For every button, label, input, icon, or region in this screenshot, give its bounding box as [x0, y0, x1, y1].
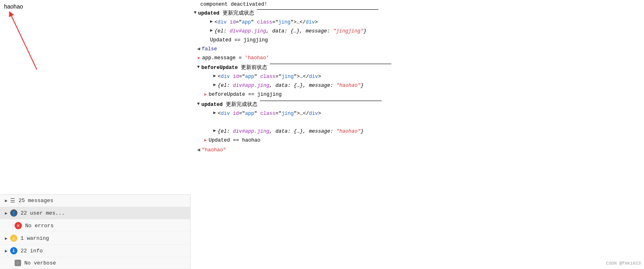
- expand-arrow-el1[interactable]: ▶: [210, 27, 213, 34]
- user-icon: 👤: [10, 209, 17, 217]
- svg-line-1: [10, 13, 36, 69]
- section-line-3: [260, 101, 382, 101]
- red-arrow-assignment: ➤: [197, 54, 200, 63]
- code-panel: component deactivated! ▼ updated 更新完成状态 …: [191, 0, 644, 269]
- log-item-user[interactable]: ▶ 👤 22 user mes...: [0, 207, 190, 220]
- code-line-updated-haohao: ➤ Updated == haohao: [191, 136, 644, 146]
- log-item-info[interactable]: ▶ i 22 info: [0, 245, 190, 257]
- code-line-beforeupdate[interactable]: ▼ beforeUpdate 更新前状态: [191, 63, 644, 72]
- error-spacer: [5, 223, 12, 229]
- code-line-el2[interactable]: ▶ {el: div#app.jing , data: {…}, message…: [191, 81, 644, 90]
- annotation-arrow-svg: [0, 3, 81, 84]
- log-item-warnings[interactable]: ▶ ⚠ 1 warning: [0, 232, 190, 245]
- verbose-spacer: [5, 260, 12, 266]
- left-section: haohao ▶ ☰ 25 messages ▶ 👤 22 user mes..…: [0, 0, 191, 269]
- code-line-updated-jing: Updated == jingjing: [191, 36, 644, 45]
- code-line-el3[interactable]: ▶ {el: div#app.jing , data: {…}, message…: [191, 127, 644, 136]
- user-label: 22 user mes...: [21, 210, 65, 216]
- code-line-false: ◀ false: [191, 45, 644, 54]
- code-line-deactivated: component deactivated!: [191, 0, 644, 9]
- code-line-spacer1: [191, 118, 644, 127]
- info-icon: i: [10, 247, 17, 254]
- code-line-haohao-value: ◀ "haohao": [191, 146, 644, 155]
- expand-arrow-el3[interactable]: ▶: [213, 127, 216, 135]
- expand-arrow-div1[interactable]: ▶: [210, 18, 213, 26]
- log-item-errors[interactable]: ✕ No errors: [0, 220, 190, 232]
- expand-arrow-warnings[interactable]: ▶: [5, 236, 8, 241]
- verbose-label: No verbose: [24, 260, 56, 266]
- list-icon: ☰: [10, 197, 15, 204]
- code-line-div3[interactable]: ▶ <div id="app" class="jing">…</div>: [191, 109, 644, 118]
- watermark: CSDN @fmk1023: [606, 260, 641, 267]
- code-line-updated-2[interactable]: ▼ updated 更新完成状态: [191, 100, 644, 109]
- warning-icon: ⚠: [10, 235, 17, 242]
- collapse-arrow-updated-1[interactable]: ▼: [194, 9, 197, 17]
- section-line-2: [270, 64, 391, 64]
- verbose-icon: ⚙: [15, 260, 21, 266]
- red-arrow-beforeupdate: ➤: [204, 90, 207, 99]
- messages-label: 25 messages: [19, 198, 54, 204]
- code-line-div1[interactable]: ▶ <div id="app" class="jing">…</div>: [191, 18, 644, 27]
- collapse-arrow-updated-2[interactable]: ▼: [197, 101, 200, 108]
- warnings-label: 1 warning: [21, 235, 49, 241]
- expand-arrow-messages[interactable]: ▶: [5, 198, 8, 203]
- code-line-div2[interactable]: ▶ <div id="app" class="jing">…</div>: [191, 72, 644, 81]
- expand-arrow-user[interactable]: ▶: [5, 211, 8, 216]
- expand-arrow-info[interactable]: ▶: [5, 248, 8, 254]
- log-item-messages[interactable]: ▶ ☰ 25 messages: [0, 195, 190, 207]
- expand-arrow-div2[interactable]: ▶: [213, 73, 216, 80]
- red-arrow-updated-haohao: ➤: [204, 136, 207, 145]
- code-line-assignment: ➤ app.message = 'haohao': [191, 54, 644, 63]
- log-item-verbose[interactable]: ⚙ No verbose: [0, 257, 190, 269]
- info-label: 22 info: [21, 248, 43, 254]
- browser-window: haohao: [0, 0, 191, 195]
- section-line-1: [257, 9, 378, 10]
- code-line-updated-1[interactable]: ▼ updated 更新完成状态: [191, 9, 644, 18]
- left-arrow-false: ◀: [197, 45, 200, 53]
- code-line-beforeupdate-value: ➤ beforeUpdate == jingjing: [191, 90, 644, 100]
- errors-label: No errors: [25, 223, 54, 229]
- expand-arrow-div3[interactable]: ▶: [213, 110, 216, 117]
- left-arrow-haohao: ◀: [197, 146, 200, 154]
- browser-haohao-text: haohao: [4, 3, 23, 10]
- expand-arrow-el2[interactable]: ▶: [213, 82, 216, 89]
- code-line-el1[interactable]: ▶ {el: div#app.jing , data: {…}, message…: [191, 27, 644, 36]
- error-icon: ✕: [15, 222, 22, 229]
- collapse-arrow-beforeupdate[interactable]: ▼: [197, 64, 200, 71]
- log-filter-panel: ▶ ☰ 25 messages ▶ 👤 22 user mes... ✕ No …: [0, 195, 191, 269]
